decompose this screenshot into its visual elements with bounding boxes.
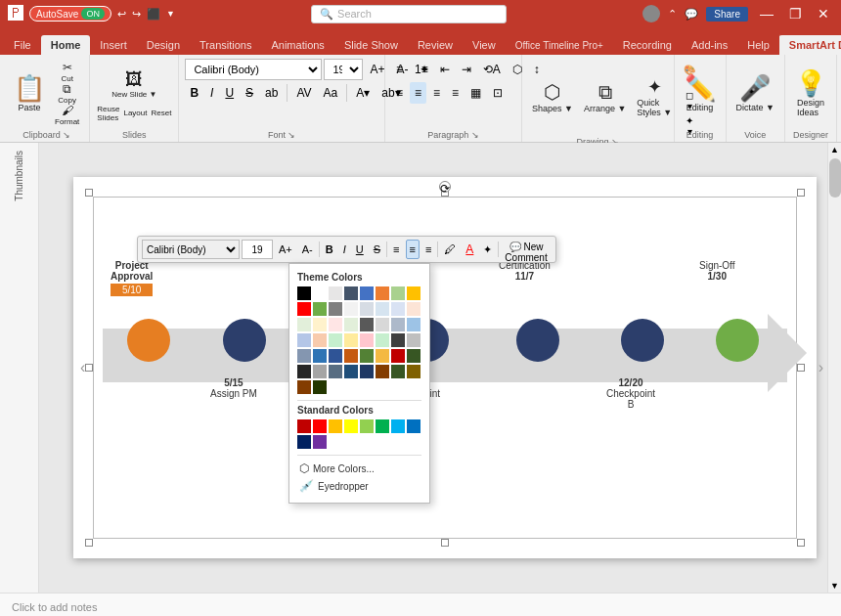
scroll-down-btn[interactable]: ▼ <box>828 579 841 593</box>
layout-btn[interactable]: Layout <box>122 104 148 123</box>
more-colors-btn[interactable]: ⬡ More Colors... <box>297 460 421 477</box>
bullets-btn[interactable]: ≡ <box>391 59 408 80</box>
tab-home[interactable]: Home <box>41 35 91 55</box>
arrange-btn[interactable]: ⧉ Arrange ▼ <box>580 72 630 121</box>
maximize-btn[interactable]: ❐ <box>785 6 806 22</box>
theme-color-swatch[interactable] <box>376 365 389 378</box>
theme-color-swatch[interactable] <box>391 365 405 378</box>
prev-slide-btn[interactable]: ‹ <box>80 359 85 376</box>
theme-color-swatch[interactable] <box>344 318 358 331</box>
tab-help[interactable]: Help <box>737 35 779 55</box>
theme-color-swatch[interactable] <box>391 349 405 363</box>
standard-color-swatch[interactable] <box>313 419 327 433</box>
theme-color-swatch[interactable] <box>329 349 342 363</box>
theme-color-swatch[interactable] <box>313 380 327 394</box>
theme-color-swatch[interactable] <box>313 286 327 300</box>
theme-color-swatch[interactable] <box>360 302 374 316</box>
ft-new-comment[interactable]: 💬 NewComment <box>501 240 551 259</box>
new-slide-btn[interactable]: 🖼 New Slide ▼ <box>108 65 160 104</box>
align-left-btn[interactable]: ≡ <box>391 82 408 104</box>
theme-color-swatch[interactable] <box>344 302 358 316</box>
theme-color-swatch[interactable] <box>344 333 358 347</box>
quick-styles-btn[interactable]: ✦ QuickStyles ▼ <box>633 72 676 121</box>
minimize-btn[interactable]: — <box>756 6 777 22</box>
theme-color-swatch[interactable] <box>391 286 405 300</box>
theme-color-swatch[interactable] <box>376 333 389 347</box>
standard-color-swatch[interactable] <box>391 419 405 433</box>
paste-btn[interactable]: 📋 Paste <box>10 72 49 114</box>
shapes-btn[interactable]: ⬡ Shapes ▼ <box>528 72 577 121</box>
customize-btn[interactable]: ▼ <box>166 9 175 19</box>
theme-color-swatch[interactable] <box>297 333 311 347</box>
ribbon-collapse-btn[interactable]: ⌃ <box>668 8 677 21</box>
theme-color-swatch[interactable] <box>313 349 327 363</box>
italic-btn[interactable]: I <box>205 82 218 104</box>
ft-align-left[interactable]: ≡ <box>389 240 403 259</box>
reuse-slides-btn[interactable]: ReuseSlides <box>96 104 120 123</box>
underline-btn[interactable]: U <box>220 82 239 104</box>
notes-bar[interactable]: Click to add notes <box>0 593 841 616</box>
scroll-up-btn[interactable]: ▲ <box>828 143 841 156</box>
theme-color-swatch[interactable] <box>313 333 327 347</box>
ft-underline[interactable]: U <box>352 240 368 259</box>
theme-color-swatch[interactable] <box>297 365 311 378</box>
standard-color-swatch[interactable] <box>297 419 311 433</box>
theme-color-swatch[interactable] <box>297 302 311 316</box>
bold-btn[interactable]: B <box>185 82 203 104</box>
theme-color-swatch[interactable] <box>344 365 358 378</box>
theme-color-swatch[interactable] <box>329 365 342 378</box>
dot-m4[interactable] <box>516 319 559 362</box>
char-spacing-btn[interactable]: AV <box>291 82 316 104</box>
strikethrough-btn[interactable]: S <box>241 82 258 104</box>
theme-color-swatch[interactable] <box>407 349 420 363</box>
ft-text-color[interactable]: A <box>462 240 477 259</box>
theme-color-swatch[interactable] <box>297 380 311 394</box>
dot-m5[interactable] <box>621 319 664 362</box>
theme-color-swatch[interactable] <box>297 349 311 363</box>
quick-access-btn[interactable]: ⬛ <box>147 8 160 21</box>
theme-color-swatch[interactable] <box>297 286 311 300</box>
standard-color-swatch[interactable] <box>376 419 389 433</box>
dot-m1[interactable] <box>127 319 170 362</box>
theme-color-swatch[interactable] <box>344 286 358 300</box>
text-direction-btn[interactable]: ⟲A <box>478 59 506 80</box>
theme-color-swatch[interactable] <box>344 349 358 363</box>
tab-view[interactable]: View <box>463 35 506 55</box>
increase-indent-btn[interactable]: ⇥ <box>457 59 476 80</box>
tab-design[interactable]: Design <box>137 35 190 55</box>
theme-color-swatch[interactable] <box>376 302 389 316</box>
theme-color-swatch[interactable] <box>391 333 405 347</box>
ft-bold[interactable]: B <box>322 240 337 259</box>
tab-review[interactable]: Review <box>408 35 463 55</box>
decrease-indent-btn[interactable]: ⇤ <box>435 59 455 80</box>
ft-strikethrough[interactable]: S <box>370 240 384 259</box>
ft-align-center[interactable]: ≡ <box>406 240 420 259</box>
tab-smartart[interactable]: SmartArt Design <box>779 33 841 55</box>
tab-animations[interactable]: Animations <box>261 35 333 55</box>
search-placeholder[interactable]: Search <box>337 8 372 20</box>
tab-ot[interactable]: Office Timeline Pro+ <box>506 36 613 55</box>
share-btn[interactable]: Share <box>706 7 748 22</box>
theme-color-swatch[interactable] <box>376 318 389 331</box>
right-scrollbar[interactable]: ▲ ▼ <box>827 143 841 593</box>
scroll-thumb[interactable] <box>829 158 841 198</box>
theme-color-swatch[interactable] <box>360 349 374 363</box>
redo-btn[interactable]: ↪ <box>132 8 141 21</box>
ft-highlight[interactable]: 🖊 <box>440 240 460 259</box>
theme-color-swatch[interactable] <box>329 286 342 300</box>
theme-color-swatch[interactable] <box>407 365 420 378</box>
handle-bottomleft[interactable] <box>85 539 93 547</box>
theme-color-swatch[interactable] <box>360 286 374 300</box>
tab-recording[interactable]: Recording <box>613 35 682 55</box>
theme-color-swatch[interactable] <box>360 333 374 347</box>
align-center-btn[interactable]: ≡ <box>410 82 426 104</box>
handle-left[interactable] <box>85 364 93 372</box>
theme-color-swatch[interactable] <box>329 333 342 347</box>
shadow-btn[interactable]: ab <box>260 82 283 104</box>
close-btn[interactable]: ✕ <box>814 6 833 22</box>
theme-color-swatch[interactable] <box>407 333 420 347</box>
font-size-select[interactable]: 19 <box>324 59 363 80</box>
theme-color-swatch[interactable] <box>407 318 420 331</box>
theme-color-swatch[interactable] <box>376 349 389 363</box>
numbering-btn[interactable]: 1≡ <box>410 59 433 80</box>
